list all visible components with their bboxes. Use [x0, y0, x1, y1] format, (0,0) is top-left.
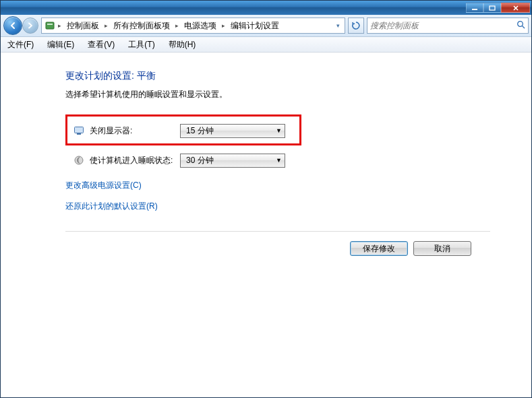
setting-turn-off-display: 关闭显示器: 15 分钟 ▼ — [73, 121, 490, 141]
control-panel-window: ▸ 控制面板 ▸ 所有控制面板项 ▸ 电源选项 ▸ 编辑计划设置 ▾ 搜索控制面… — [0, 0, 532, 398]
nav-row: ▸ 控制面板 ▸ 所有控制面板项 ▸ 电源选项 ▸ 编辑计划设置 ▾ 搜索控制面… — [1, 15, 531, 37]
breadcrumb-item[interactable]: 编辑计划设置 — [228, 19, 282, 33]
search-icon — [516, 20, 525, 31]
monitor-icon — [73, 125, 84, 136]
svg-point-4 — [518, 22, 523, 27]
chevron-down-icon: ▼ — [276, 127, 282, 134]
button-row: 保存修改 取消 — [65, 232, 490, 256]
setting-label: 关闭显示器: — [90, 125, 180, 137]
content-area: 更改计划的设置: 平衡 选择希望计算机使用的睡眠设置和显示设置。 关闭显示器: … — [1, 53, 531, 397]
chevron-right-icon: ▸ — [175, 22, 179, 29]
svg-rect-0 — [472, 9, 477, 10]
turn-off-display-select[interactable]: 15 分钟 ▼ — [180, 124, 285, 138]
close-button[interactable] — [501, 3, 530, 13]
save-button[interactable]: 保存修改 — [350, 241, 408, 256]
chevron-down-icon: ▼ — [276, 157, 282, 164]
svg-line-5 — [523, 26, 525, 29]
svg-rect-6 — [75, 127, 84, 133]
svg-rect-7 — [77, 133, 81, 135]
menu-bar: 文件(F) 编辑(E) 查看(V) 工具(T) 帮助(H) — [1, 37, 531, 53]
nav-forward-button[interactable] — [22, 18, 38, 34]
sleep-select[interactable]: 30 分钟 ▼ — [180, 154, 285, 168]
advanced-settings-link[interactable]: 更改高级电源设置(C) — [65, 180, 142, 191]
address-dropdown-icon[interactable]: ▾ — [333, 19, 343, 32]
moon-icon — [73, 155, 84, 166]
chevron-right-icon: ▸ — [222, 22, 225, 29]
svg-rect-2 — [46, 22, 54, 29]
svg-rect-3 — [47, 24, 53, 25]
nav-back-button[interactable] — [3, 16, 22, 35]
page-subtitle: 选择希望计算机使用的睡眠设置和显示设置。 — [65, 89, 490, 100]
setting-sleep: 使计算机进入睡眠状态: 30 分钟 ▼ — [73, 150, 490, 170]
breadcrumb-item[interactable]: 电源选项 — [181, 19, 219, 33]
menu-view[interactable]: 查看(V) — [85, 38, 117, 52]
maximize-button[interactable] — [483, 3, 501, 13]
chevron-right-icon: ▸ — [58, 22, 61, 29]
page-title: 更改计划的设置: 平衡 — [65, 70, 490, 82]
setting-label: 使计算机进入睡眠状态: — [90, 155, 180, 166]
menu-help[interactable]: 帮助(H) — [166, 38, 199, 52]
select-value: 15 分钟 — [186, 125, 214, 137]
breadcrumb-item[interactable]: 所有控制面板项 — [111, 19, 173, 33]
search-input[interactable]: 搜索控制面板 — [367, 18, 529, 34]
restore-defaults-link[interactable]: 还原此计划的默认设置(R) — [65, 201, 158, 212]
cancel-button[interactable]: 取消 — [413, 241, 471, 256]
search-placeholder: 搜索控制面板 — [370, 20, 419, 32]
breadcrumb-item[interactable]: 控制面板 — [64, 19, 102, 33]
nav-buttons — [3, 16, 38, 35]
menu-edit[interactable]: 编辑(E) — [45, 38, 77, 52]
refresh-button[interactable] — [348, 18, 364, 34]
select-value: 30 分钟 — [186, 155, 214, 166]
titlebar — [1, 1, 531, 15]
svg-rect-1 — [490, 6, 495, 10]
menu-tools[interactable]: 工具(T) — [125, 38, 157, 52]
address-bar[interactable]: ▸ 控制面板 ▸ 所有控制面板项 ▸ 电源选项 ▸ 编辑计划设置 ▾ — [41, 18, 345, 34]
chevron-right-icon: ▸ — [105, 22, 108, 29]
menu-file[interactable]: 文件(F) — [5, 38, 36, 52]
minimize-button[interactable] — [466, 3, 483, 13]
control-panel-icon — [45, 20, 55, 31]
